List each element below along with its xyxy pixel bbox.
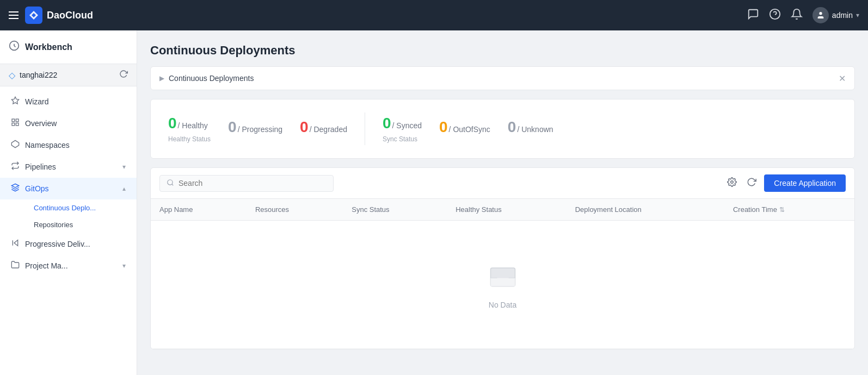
main-layout: Workbench ◇ tanghai222 bbox=[0, 30, 868, 375]
empty-text: No Data bbox=[489, 301, 516, 309]
sidebar-item-label-wizard: Wizard bbox=[25, 97, 126, 106]
sidebar-item-pipelines[interactable]: Pipelines ▾ bbox=[0, 156, 137, 178]
stat-outofsync-value-row: 0 / OutOfSync bbox=[439, 118, 490, 136]
sidebar-item-label-progressive: Progressive Deliv... bbox=[25, 240, 126, 248]
healthy-status-group: 0 / Healthy Healthy Status 0 / Progressi… bbox=[168, 115, 347, 143]
col-creation-time: Creation Time ⇅ bbox=[724, 199, 854, 221]
wizard-icon bbox=[11, 96, 20, 107]
svg-rect-7 bbox=[16, 119, 19, 122]
navbar-left: DaoCloud bbox=[9, 7, 93, 24]
table-empty-cell: No Data bbox=[151, 221, 854, 349]
stats-divider bbox=[365, 112, 365, 145]
breadcrumb-arrow-icon: ▶ bbox=[159, 74, 164, 82]
refresh-icon[interactable] bbox=[119, 70, 128, 80]
logo-text: DaoCloud bbox=[47, 10, 93, 21]
stat-progressing: 0 / Progressing bbox=[228, 118, 282, 139]
sidebar-nav: Wizard Overview Namespaces bbox=[0, 86, 137, 281]
stat-progressing-value-row: 0 / Progressing bbox=[228, 118, 282, 136]
sidebar-item-namespaces[interactable]: Namespaces bbox=[0, 134, 137, 156]
search-input[interactable] bbox=[178, 179, 327, 188]
stat-degraded-number: 0 bbox=[300, 118, 309, 136]
pipelines-icon bbox=[11, 161, 20, 172]
sidebar-sub-item-continuous[interactable]: Continuous Deplo... bbox=[25, 199, 137, 216]
search-box[interactable] bbox=[159, 175, 334, 192]
svg-marker-11 bbox=[14, 240, 18, 246]
help-icon[interactable] bbox=[769, 8, 781, 23]
user-area[interactable]: admin ▾ bbox=[812, 7, 859, 23]
stat-unknown: 0 / Unknown bbox=[508, 118, 553, 139]
col-resources: Resources bbox=[247, 199, 343, 221]
namespace-icon: ◇ bbox=[9, 70, 15, 80]
stat-synced-suffix: / Synced bbox=[392, 121, 422, 130]
col-sync-status-label: Sync Status bbox=[352, 205, 389, 214]
col-app-name-label: App Name bbox=[159, 205, 193, 214]
user-name: admin bbox=[832, 11, 853, 20]
stat-progressing-number: 0 bbox=[228, 118, 237, 136]
namespace-name: tanghai222 bbox=[20, 71, 57, 79]
workbench-icon bbox=[9, 40, 20, 54]
col-creation-time-label: Creation Time bbox=[733, 205, 777, 214]
svg-point-3 bbox=[819, 12, 822, 15]
gitops-submenu: Continuous Deplo... Repositories bbox=[0, 199, 137, 233]
daocloud-logo-icon bbox=[25, 7, 42, 24]
sidebar-item-overview[interactable]: Overview bbox=[0, 112, 137, 134]
hamburger-icon[interactable] bbox=[9, 11, 19, 19]
sidebar-item-label-overview: Overview bbox=[25, 119, 126, 128]
table-empty-row: No Data bbox=[151, 221, 854, 349]
col-sync-status: Sync Status bbox=[343, 199, 447, 221]
gitops-chevron-icon: ▴ bbox=[122, 185, 126, 192]
bell-icon[interactable] bbox=[791, 8, 803, 23]
stat-unknown-suffix: / Unknown bbox=[517, 125, 553, 134]
empty-state: No Data bbox=[159, 227, 846, 342]
user-dropdown-icon: ▾ bbox=[856, 11, 859, 19]
col-healthy-status: Healthy Status bbox=[447, 199, 566, 221]
breadcrumb-close-icon[interactable]: ✕ bbox=[839, 73, 846, 84]
stat-synced-value-row: 0 / Synced bbox=[383, 115, 422, 132]
sync-status-group: 0 / Synced Sync Status 0 / OutOfSync 0 /… bbox=[383, 115, 553, 143]
svg-marker-10 bbox=[11, 140, 19, 147]
stat-healthy-number: 0 bbox=[168, 115, 177, 132]
stat-degraded-suffix: / Degraded bbox=[310, 125, 347, 134]
sidebar-sub-item-repositories[interactable]: Repositories bbox=[25, 216, 137, 233]
sidebar-item-gitops[interactable]: GitOps ▴ bbox=[0, 178, 137, 199]
overview-icon bbox=[11, 118, 20, 129]
svg-rect-9 bbox=[12, 123, 15, 126]
table-toolbar: Create Application bbox=[151, 168, 854, 199]
table-body: No Data bbox=[151, 221, 854, 349]
col-creation-time-sort[interactable]: Creation Time ⇅ bbox=[733, 205, 846, 214]
sidebar: Workbench ◇ tanghai222 bbox=[0, 30, 137, 375]
projectma-chevron-icon: ▾ bbox=[122, 262, 126, 270]
search-icon bbox=[167, 179, 174, 188]
page-title: Continuous Deployments bbox=[150, 43, 855, 58]
refresh-table-icon[interactable] bbox=[744, 175, 759, 192]
namespace-left: ◇ tanghai222 bbox=[9, 70, 57, 80]
table-header: App Name Resources Sync Status Healthy S… bbox=[151, 199, 854, 221]
stat-synced-number: 0 bbox=[383, 115, 391, 132]
data-table: App Name Resources Sync Status Healthy S… bbox=[151, 199, 854, 349]
workbench-label: Workbench bbox=[25, 42, 72, 52]
breadcrumb-text: Continuous Deployments bbox=[169, 74, 254, 83]
table-card: Create Application App Name Resources Sy… bbox=[150, 167, 855, 349]
toolbar-actions: Create Application bbox=[725, 174, 846, 192]
col-app-name: App Name bbox=[151, 199, 247, 221]
content-area: Continuous Deployments ▶ Continuous Depl… bbox=[137, 30, 868, 375]
create-application-button[interactable]: Create Application bbox=[764, 174, 846, 192]
stat-progressing-suffix: / Progressing bbox=[238, 125, 282, 134]
message-icon[interactable] bbox=[747, 8, 759, 23]
logo-area: DaoCloud bbox=[25, 7, 93, 24]
gitops-icon bbox=[11, 183, 20, 194]
svg-rect-6 bbox=[12, 119, 15, 122]
col-deployment-location-label: Deployment Location bbox=[575, 205, 642, 214]
namespace-row[interactable]: ◇ tanghai222 bbox=[0, 64, 137, 86]
sidebar-item-progressive[interactable]: Progressive Deliv... bbox=[0, 233, 137, 255]
navbar-right: admin ▾ bbox=[747, 7, 859, 23]
settings-icon[interactable] bbox=[725, 175, 739, 192]
sidebar-item-wizard[interactable]: Wizard bbox=[0, 91, 137, 112]
stat-degraded-value-row: 0 / Degraded bbox=[300, 118, 347, 136]
col-resources-label: Resources bbox=[255, 205, 289, 214]
stat-degraded: 0 / Degraded bbox=[300, 118, 347, 139]
sidebar-item-projectma[interactable]: Project Ma... ▾ bbox=[0, 255, 137, 277]
col-healthy-status-label: Healthy Status bbox=[455, 205, 502, 214]
svg-point-13 bbox=[168, 179, 173, 184]
sidebar-item-label-namespaces: Namespaces bbox=[25, 141, 126, 149]
